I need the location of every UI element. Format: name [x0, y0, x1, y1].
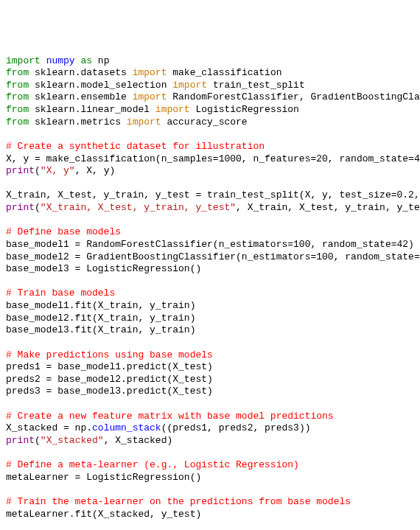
mod: sklearn.ensemble	[29, 91, 132, 102]
fn-print: print	[6, 435, 35, 446]
sp	[41, 55, 46, 66]
args: , X_train, X_test, y_train, y_test)	[236, 202, 420, 213]
kw-from: from	[6, 80, 29, 91]
code-line: metaLearner = LogisticRegression()	[6, 472, 201, 483]
code-line: base_model3.fit(X_train, y_train)	[6, 324, 195, 335]
args: ((preds1, preds2, preds3))	[161, 422, 311, 433]
names: train_test_split	[207, 80, 305, 91]
mod: sklearn.metrics	[29, 116, 127, 128]
comment: # Create a synthetic dataset for illustr…	[6, 141, 265, 152]
args: , X_stacked)	[104, 435, 173, 446]
kw-from: from	[6, 116, 29, 128]
code-block: import numpy as np from sklearn.datasets…	[6, 55, 414, 531]
comment: # Train the meta-learner on the predicti…	[6, 496, 351, 507]
paren: (	[35, 202, 41, 213]
names: make_classification	[167, 67, 281, 78]
code-line: base_model2.fit(X_train, y_train)	[6, 313, 195, 324]
kw-import: import	[172, 80, 207, 91]
code-line: base_model2 = GradientBoostingClassifier…	[6, 251, 420, 262]
kw-import: import	[155, 104, 190, 115]
code-line: base_model3 = LogisticRegression()	[6, 263, 201, 274]
code-line: preds3 = base_model3.predict(X_test)	[6, 386, 213, 397]
code-line: X_train, X_test, y_train, y_test = train…	[6, 189, 420, 201]
names: RandomForestClassifier, GradientBoosting…	[167, 91, 420, 102]
code-line: base_model1.fit(X_train, y_train)	[6, 300, 195, 311]
kw-import: import	[133, 67, 167, 78]
code-line: X_stacked = np.	[6, 422, 92, 433]
comment: # Train base models	[6, 287, 115, 299]
kw-from: from	[6, 67, 29, 78]
string: "X, y"	[41, 165, 75, 176]
code-line: metaLearner.fit(X_stacked, y_test)	[6, 509, 201, 520]
kw-import: import	[133, 91, 167, 102]
args: , X, y)	[75, 165, 116, 176]
mod: sklearn.linear_model	[29, 104, 155, 115]
fn-print: print	[6, 165, 35, 176]
comment: # Define a meta-learner (e.g., Logistic …	[6, 459, 299, 470]
string: "X_train, X_test, y_train, y_test"	[41, 202, 236, 213]
paren: (	[35, 435, 41, 446]
names: accuracy_score	[161, 116, 248, 128]
kw-from: from	[6, 91, 29, 102]
code-line: X, y = make_classification(n_samples=100…	[6, 153, 420, 164]
fn-column-stack: column_stack	[92, 422, 161, 433]
kw-as: as	[80, 55, 92, 66]
alias-np: np	[92, 55, 109, 66]
comment: # Define base models	[6, 226, 121, 237]
code-line: preds1 = base_model1.predict(X_test)	[6, 361, 213, 372]
paren: (	[35, 165, 41, 176]
kw-import: import	[127, 116, 161, 128]
code-line: base_model1 = RandomForestClassifier(n_e…	[6, 239, 414, 250]
names: LogisticRegression	[190, 104, 299, 115]
mod: sklearn.model_selection	[29, 80, 172, 91]
fn-print: print	[6, 202, 35, 213]
string: "X_stacked"	[41, 435, 104, 446]
mod-numpy: numpy	[46, 55, 75, 66]
kw-import: import	[6, 55, 41, 66]
kw-from: from	[6, 104, 29, 115]
code-line: preds2 = base_model2.predict(X_test)	[6, 374, 213, 385]
comment: # Create a new feature matrix with base …	[6, 411, 334, 422]
comment: # Make predictions using base models	[6, 349, 213, 360]
mod: sklearn.datasets	[29, 67, 132, 78]
